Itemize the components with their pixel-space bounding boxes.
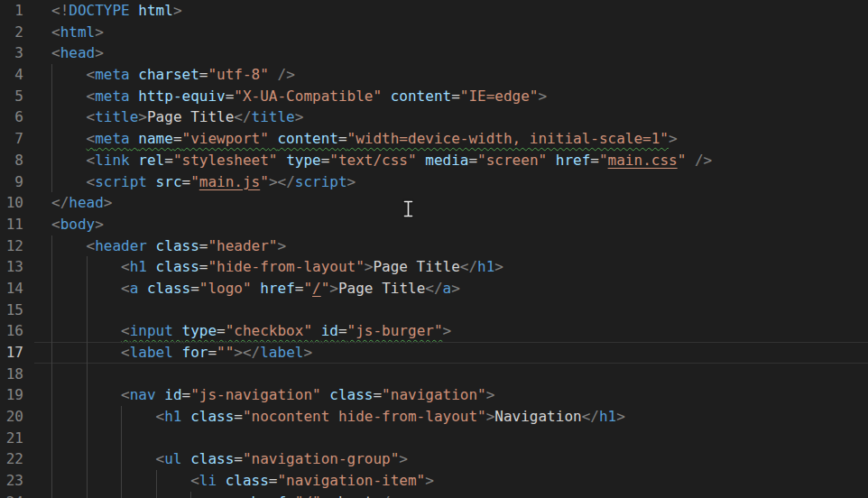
syntax-token [173,344,182,361]
code-line[interactable]: 11<body> [0,214,868,235]
file-link[interactable]: main.js [199,173,260,190]
syntax-token: id [164,386,181,403]
line-number[interactable]: 17 [0,342,23,364]
code-line[interactable]: 23 <li class="navigation-item"> [0,470,868,492]
syntax-token: < [87,152,96,169]
syntax-token: < [87,237,96,254]
code-line[interactable]: 10</head> [0,192,868,214]
syntax-token: = [295,280,304,297]
code-line[interactable]: 1<!DOCTYPE html> [0,0,868,22]
code-content: <meta charset="utf-8" /> [51,64,868,86]
file-link[interactable]: / [303,493,312,498]
code-content [51,364,868,385]
syntax-token: meta [95,130,130,147]
code-line[interactable]: 5 <meta http-equiv="X-UA-Compatible" con… [0,86,868,107]
line-number[interactable]: 16 [0,320,23,342]
line-number[interactable]: 10 [0,192,23,214]
line-number[interactable]: 5 [0,86,23,107]
code-content: <nav id="js-navigation" class="navigatio… [51,384,868,406]
line-number[interactable]: 15 [0,300,23,321]
code-line[interactable]: 9 <script src="main.js"></script> [0,171,868,193]
code-line[interactable]: 3<head> [0,42,868,64]
line-number[interactable]: 1 [0,0,23,22]
indent-guide [87,364,88,385]
code-line[interactable]: 15 [0,300,868,321]
code-line[interactable]: 22 <ul class="navigation-group"> [0,448,868,470]
syntax-token: " [190,173,199,190]
line-number[interactable]: 7 [0,128,23,150]
syntax-token: "js-burger" [347,322,443,339]
line-number[interactable]: 14 [0,278,23,300]
syntax-token: header [95,237,147,254]
syntax-token: ></ [269,173,295,190]
file-link[interactable]: main.css [608,152,678,169]
syntax-token: head [69,194,104,211]
code-line[interactable]: 8 <link rel="stylesheet" type="text/css"… [0,150,868,171]
syntax-token: < [87,108,96,125]
syntax-token: a [234,493,243,498]
syntax-token [382,88,391,105]
syntax-token: html [60,23,96,41]
syntax-token: = [173,130,182,147]
code-content: <label for=""></label> [51,342,868,364]
code-line[interactable]: 19 <nav id="js-navigation" class="naviga… [0,384,868,406]
code-line[interactable]: 17 <label for=""></label> [0,342,868,364]
code-line[interactable]: 14 <a class="logo" href="/">Page Title</… [0,278,868,300]
code-line[interactable]: 20 <h1 class="nocontent hide-from-layout… [0,406,868,428]
syntax-token: " [295,493,304,498]
code-content: <a href="/">about</a> [51,492,868,498]
syntax-token: "header" [208,237,277,254]
code-line[interactable]: 4 <meta charset="utf-8" /> [0,64,868,86]
line-number[interactable]: 18 [0,364,23,385]
code-line[interactable]: 6 <title>Page Title</title> [0,106,868,128]
line-number[interactable]: 21 [0,428,23,449]
syntax-token: script [295,173,347,190]
code-line[interactable]: 21 [0,428,868,449]
code-line[interactable]: 24 <a href="/">about</a> [0,492,868,498]
code-content: <header class="header"> [51,235,868,257]
syntax-token: <! [51,2,69,19]
syntax-token: = [321,152,330,169]
line-number[interactable]: 13 [0,256,23,278]
line-number[interactable]: 24 [0,492,23,498]
code-line[interactable]: 2<html> [0,22,868,43]
line-number[interactable]: 19 [0,384,23,406]
syntax-token: > [616,408,625,425]
syntax-token [312,322,321,339]
code-line[interactable]: 16 <input type="checkbox" id="js-burger"… [0,320,868,342]
syntax-token: </ [425,280,442,297]
syntax-token: = [199,237,208,254]
syntax-token: "X-UA-Compatible" [234,88,382,105]
syntax-token [182,450,191,467]
indent-guide [51,300,52,321]
syntax-token: title [95,108,138,125]
line-number[interactable]: 2 [0,22,23,43]
line-number[interactable]: 4 [0,64,23,86]
syntax-token: ul [164,450,181,467]
syntax-token: > [486,408,495,425]
file-link[interactable]: / [312,280,321,297]
syntax-token: > [494,258,503,275]
syntax-token: " [312,493,321,498]
code-content: <li class="navigation-item"> [51,470,868,492]
line-number[interactable]: 3 [0,42,23,64]
syntax-token: </ [373,493,390,498]
code-content: <h1 class="nocontent hide-from-layout">N… [51,406,868,428]
line-number[interactable]: 12 [0,235,23,257]
line-number[interactable]: 22 [0,448,23,470]
line-number[interactable]: 8 [0,150,23,171]
code-editor[interactable]: 1<!DOCTYPE html>2<html>3<head>4 <meta ch… [0,0,868,498]
indent-guide [51,364,52,385]
syntax-token: ></ [234,344,260,361]
syntax-token [156,386,165,403]
code-line[interactable]: 13 <h1 class="hide-from-layout">Page Tit… [0,256,868,278]
code-line[interactable]: 18 [0,364,868,385]
code-line[interactable]: 7 <meta name="viewport" content="width=d… [0,128,868,150]
line-number[interactable]: 23 [0,470,23,492]
syntax-token: > [104,194,113,211]
line-number[interactable]: 9 [0,171,23,193]
line-number[interactable]: 20 [0,406,23,428]
line-number[interactable]: 6 [0,106,23,128]
code-line[interactable]: 12 <header class="header"> [0,235,868,257]
line-number[interactable]: 11 [0,214,23,235]
